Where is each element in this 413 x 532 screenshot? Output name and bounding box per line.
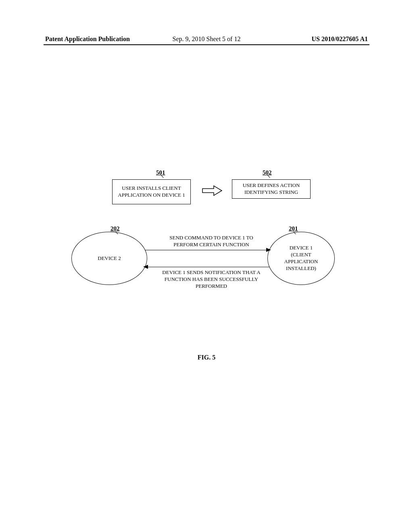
block-arrow-icon	[202, 185, 224, 198]
label-502: 502	[263, 169, 272, 176]
arrow-bottom-line	[145, 267, 269, 267]
device-2-text: DEVICE 2	[98, 255, 121, 262]
header-center: Sep. 9, 2010 Sheet 5 of 12	[173, 35, 241, 43]
header-rule	[44, 44, 369, 45]
device-1-line2: (CLIENT	[291, 251, 311, 258]
header-right: US 2010/0227605 A1	[311, 35, 368, 43]
ellipse-device-2: DEVICE 2	[71, 232, 147, 285]
label-201: 201	[289, 225, 298, 232]
box-502-text: USER DEFINES ACTION IDENTIFYING STRING	[236, 182, 307, 196]
message-notification: DEVICE 1 SENDS NOTIFICATION THAT A FUNCT…	[161, 269, 262, 290]
message-send-command: SEND COMMAND TO DEVICE 1 TO PERFORM CERT…	[161, 235, 262, 248]
box-501-text: USER INSTALLS CLIENT APPLICATION ON DEVI…	[116, 185, 187, 199]
arrow-top-line	[145, 250, 269, 250]
box-install-client: USER INSTALLS CLIENT APPLICATION ON DEVI…	[112, 179, 191, 204]
page-header: Patent Application Publication Sep. 9, 2…	[0, 35, 413, 43]
figure-label: FIG. 5	[0, 354, 413, 361]
label-501: 501	[156, 169, 165, 176]
device-1-line3: APPLICATION	[284, 258, 318, 265]
box-define-action: USER DEFINES ACTION IDENTIFYING STRING	[232, 179, 311, 199]
ellipse-device-1: DEVICE 1 (CLIENT APPLICATION INSTALLED)	[267, 232, 335, 285]
label-202: 202	[111, 225, 120, 232]
device-1-line1: DEVICE 1	[290, 245, 313, 251]
arrowhead-left-icon	[143, 265, 148, 269]
header-left: Patent Application Publication	[45, 35, 130, 43]
device-1-line4: INSTALLED)	[286, 265, 316, 272]
arrowhead-right-icon	[266, 248, 271, 252]
